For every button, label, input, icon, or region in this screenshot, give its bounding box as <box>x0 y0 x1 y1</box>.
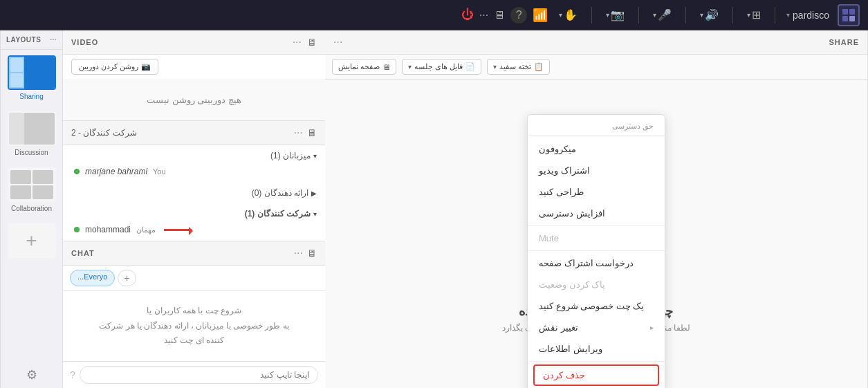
video-controls: 🖥 ··· <box>293 36 317 48</box>
layouts-panel: ··· LAYOUTS Sharing Discussion <box>0 30 62 388</box>
brand-name[interactable]: pardisco ▾ <box>786 10 829 21</box>
layout-thumb-discussion <box>8 111 56 146</box>
video-toolbar: 📷 روشن کردن دوربین <box>63 55 325 79</box>
menu-item-request-share[interactable]: درخواست اشتراک صفحه <box>528 252 665 274</box>
participants-header: 🖥 ··· شرکت کنندگان - 2 <box>63 121 325 145</box>
topbar-right: 📶 ? 🖥 ··· ⏻ <box>461 7 548 24</box>
layout-thumb-plus: + <box>8 223 56 258</box>
hosts-section-header[interactable]: ▾ میزبانان (1) <box>63 148 325 163</box>
layout-item-collaboration[interactable]: Collaboration <box>1 162 62 218</box>
menu-item-edit-info[interactable]: ویرایش اطلاعات <box>528 338 665 360</box>
chat-tab-add[interactable]: + <box>118 270 136 286</box>
layout-item-plus[interactable]: + <box>1 218 62 264</box>
guests-section-header[interactable]: ▾ شرکت کنندگان (1) <box>63 206 325 221</box>
chat-body: شروع چت با همه کاربران یا به طور خصوصی ب… <box>63 291 325 361</box>
layout-label-discussion: Discussion <box>15 149 48 156</box>
menu-item-delete[interactable]: حذف کردن <box>533 364 659 386</box>
menu-item-mic[interactable]: میکروفون <box>528 138 665 160</box>
video-title: VIDEO <box>71 38 98 46</box>
layout-thumb-collaboration <box>8 167 56 202</box>
camera-icon[interactable]: 📷 ▾ <box>603 6 627 24</box>
topbar-separator3 <box>685 7 686 24</box>
layouts-dots[interactable]: ··· <box>50 36 57 44</box>
topbar-separator2 <box>732 7 733 24</box>
topbar: pardisco ▾ ⊞ ▾ 🔊 ▾ 🎤 ▾ 📷 ▾ ✋ ▾ 📶 ? 🖥 ···… <box>0 0 868 30</box>
mic-icon[interactable]: 🎤 ▾ <box>650 6 674 24</box>
volume-icon[interactable]: 🔊 ▾ <box>697 6 721 24</box>
power-icon[interactable]: ⏻ <box>461 8 474 22</box>
menu-item-design[interactable]: طراحی کنید <box>528 181 665 203</box>
video-dots[interactable]: ··· <box>293 36 302 48</box>
arrow-indicator <box>161 229 194 231</box>
camera-on-button[interactable]: 📷 روشن کردن دوربین <box>71 59 158 75</box>
layout-item-discussion[interactable]: Discussion <box>1 106 62 162</box>
context-menu: حق دسترسی میکروفون اشتراک ویدیو طراحی کن… <box>527 114 665 388</box>
guest-item: مهمان mohammadi <box>63 221 325 238</box>
layout-label-collaboration: Collaboration <box>11 205 52 212</box>
chat-title: CHAT <box>71 249 95 257</box>
menu-item-video-share[interactable]: اشتراک ویدیو <box>528 160 665 181</box>
whiteboard-share-button[interactable]: 📋 تخته سفید ▾ <box>487 59 550 75</box>
video-monitor-icon: 🖥 <box>307 37 317 48</box>
participants-dots[interactable]: ··· <box>294 127 303 139</box>
files-share-button[interactable]: 📄 فایل های جلسه ▾ <box>402 59 481 75</box>
video-panel: 🖥 ··· VIDEO 📷 روشن کردن دوربین هیچ دوربی… <box>63 30 325 121</box>
layout-thumb-sharing <box>8 55 56 90</box>
svg-rect-3 <box>849 16 855 21</box>
layout-item-sharing[interactable]: Sharing <box>1 50 62 106</box>
menu-divider1 <box>528 225 665 226</box>
presenters-section-header[interactable]: ▶ ارائه دهندگان (0) <box>63 185 325 201</box>
menu-item-mute[interactable]: Mute <box>528 228 665 249</box>
share-dots[interactable]: ··· <box>333 36 342 48</box>
participants-monitor-icon: 🖥 <box>307 127 317 138</box>
context-menu-header: حق دسترسی <box>528 118 665 136</box>
svg-rect-2 <box>842 16 848 21</box>
help-icon[interactable]: ? <box>510 7 527 24</box>
menu-divider2 <box>528 250 665 251</box>
share-panel-header: SHARE ··· <box>325 30 867 55</box>
menu-item-access[interactable]: افزایش دسترسی <box>528 203 665 224</box>
host-active-dot <box>74 169 80 174</box>
chat-tabs: Everyo... + <box>63 266 325 291</box>
chat-input-area: ? <box>63 361 325 388</box>
chat-header: 🖥 ··· CHAT <box>63 241 325 266</box>
layout-label-sharing: Sharing <box>19 93 43 100</box>
svg-rect-0 <box>842 9 848 15</box>
hand-icon[interactable]: ✋ ▾ <box>556 6 580 24</box>
topbar-separator5 <box>591 7 592 24</box>
participants-title: شرکت کنندگان - 2 <box>71 128 137 138</box>
share-toolbar: 🖥 صفحه نمایش 📄 فایل های جلسه ▾ 📋 تخته سف… <box>325 55 867 80</box>
menu-divider3 <box>528 361 665 362</box>
screen-share-button[interactable]: 🖥 صفحه نمایش <box>332 59 396 75</box>
topbar-separator <box>775 7 775 24</box>
menu-item-change-role[interactable]: ▸ تغییر نقش <box>528 317 665 338</box>
more-options-icon[interactable]: ··· <box>479 9 488 21</box>
chat-input[interactable] <box>80 366 318 384</box>
chat-input-help-icon: ? <box>70 369 75 380</box>
chat-tab-everyone[interactable]: Everyo... <box>70 270 115 286</box>
participants-panel: 🖥 ··· شرکت کنندگان - 2 ▾ میزبانان (1) Yo… <box>63 121 325 241</box>
video-panel-header: 🖥 ··· VIDEO <box>63 30 325 55</box>
layouts-bottom: ⚙ <box>1 362 62 388</box>
chat-dots[interactable]: ··· <box>294 247 303 259</box>
signal-icon: 📶 <box>533 8 548 23</box>
menu-item-clear-status[interactable]: پاک کردن وضعیت <box>528 274 665 295</box>
chat-monitor-icon: 🖥 <box>307 248 317 259</box>
monitor-icon[interactable]: 🖥 <box>494 9 505 21</box>
presenters-section: ▶ ارائه دهندگان (0) <box>63 183 325 203</box>
chat-panel: 🖥 ··· CHAT Everyo... + شروع چت با همه کا… <box>63 241 325 388</box>
share-content: حق دسترسی میکروفون اشتراک ویدیو طراحی کن… <box>325 80 867 388</box>
hosts-section: ▾ میزبانان (1) You marjane bahrami <box>63 145 325 183</box>
share-panel: SHARE ··· 🖥 صفحه نمایش 📄 فایل های جلسه ▾… <box>325 30 868 388</box>
video-body: هیچ دوربینی روشن نیست <box>63 79 325 120</box>
grid-icon[interactable]: ⊞ ▾ <box>744 6 764 24</box>
settings-icon[interactable]: ⚙ <box>26 367 37 382</box>
participants-icons: 🖥 ··· <box>294 127 317 139</box>
layouts-title: LAYOUTS <box>6 36 41 44</box>
menu-item-private-chat[interactable]: یک چت خصوصی شروع کنید <box>528 295 665 317</box>
host-item: You marjane bahrami <box>63 163 325 180</box>
guests-section: ▾ شرکت کنندگان (1) مهمان mohammadi <box>63 203 325 241</box>
right-panels: 🖥 ··· VIDEO 📷 روشن کردن دوربین هیچ دوربی… <box>62 30 325 388</box>
topbar-separator4 <box>638 7 639 24</box>
guest-active-dot <box>74 227 80 232</box>
